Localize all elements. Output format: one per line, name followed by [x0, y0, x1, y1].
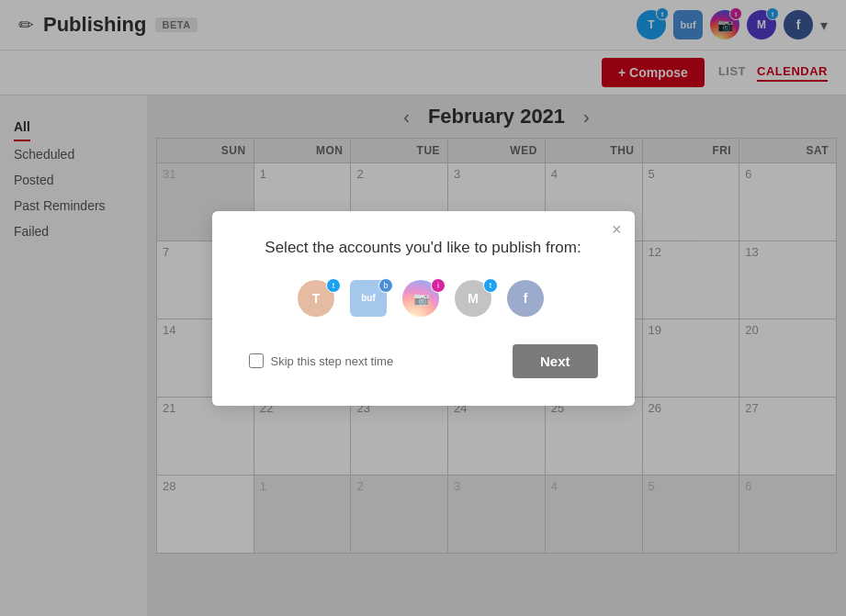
skip-text: Skip this step next time	[271, 354, 394, 368]
modal-account-4-badge: t	[483, 278, 498, 293]
modal-title: Select the accounts you'd like to publis…	[249, 239, 598, 257]
skip-label[interactable]: Skip this step next time	[249, 353, 394, 368]
modal-account-3[interactable]: 📷 i	[402, 280, 444, 321]
modal-overlay[interactable]: × Select the accounts you'd like to publ…	[0, 0, 846, 616]
modal-account-2[interactable]: buf b	[350, 280, 391, 321]
modal-footer: Skip this step next time Next	[249, 344, 598, 378]
modal-account-5[interactable]: f	[507, 280, 548, 321]
modal-close-button[interactable]: ×	[612, 220, 622, 240]
modal-account-4[interactable]: M t	[455, 280, 496, 321]
next-button[interactable]: Next	[513, 344, 598, 378]
skip-checkbox[interactable]	[249, 353, 264, 368]
modal-account-1[interactable]: T t	[298, 280, 339, 321]
modal-account-2-badge: b	[378, 278, 393, 293]
modal-account-3-badge: i	[431, 278, 446, 293]
modal: × Select the accounts you'd like to publ…	[212, 211, 635, 406]
modal-account-1-badge: t	[326, 278, 341, 293]
modal-accounts: T t buf b 📷 i M t f	[249, 280, 598, 321]
